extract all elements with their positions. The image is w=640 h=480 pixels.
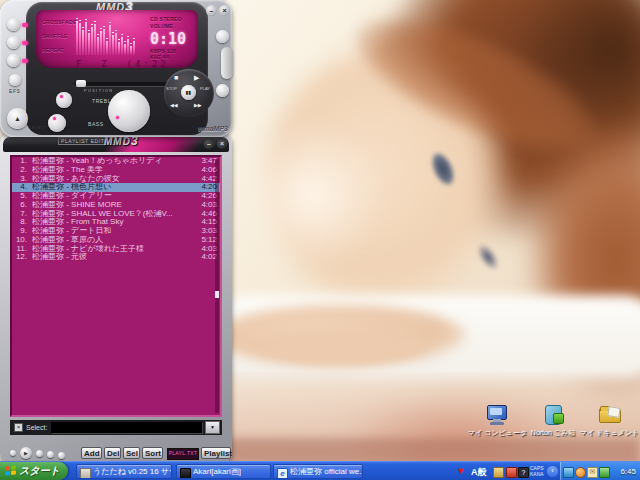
media-player-window: MMD3 – × CROSSFADE SHUFFLE REPEAT CD STE… <box>0 0 232 137</box>
spectrum-analyzer <box>76 19 140 55</box>
track-row[interactable]: 8.松浦亜弥 - From That Sky4:15 <box>12 218 220 227</box>
ime-keyboard-icon[interactable] <box>493 467 504 478</box>
play-label: PLAY <box>200 86 210 91</box>
playlist-scrollbar[interactable] <box>215 159 219 413</box>
ime-help-icon[interactable]: ? <box>518 467 529 478</box>
wma-mp3-logo: wmaMP3 <box>198 125 228 132</box>
equalizer-pill-button[interactable] <box>221 47 233 79</box>
treble-knob[interactable] <box>56 92 72 108</box>
track-row[interactable]: 5.松浦亜弥 - ダイアリー4:26 <box>12 192 220 201</box>
efs-button[interactable] <box>9 74 21 86</box>
ime-tools-icon[interactable] <box>506 467 517 478</box>
tray-display-icon[interactable] <box>563 467 574 478</box>
caps-kana-indicator[interactable]: CAPSKANA <box>530 465 544 477</box>
previous-track-button[interactable]: ◀◀ <box>170 102 178 108</box>
seek-thumb[interactable] <box>76 80 86 87</box>
track-row[interactable]: 6.松浦亜弥 - SHINE MORE4:03 <box>12 201 220 210</box>
mini-play-button[interactable]: ▶ <box>20 447 32 459</box>
my-documents-icon <box>597 404 621 426</box>
recycle-bin-icon <box>541 404 565 426</box>
side-button-bottom[interactable] <box>216 84 229 97</box>
scrollbar-thumb[interactable] <box>215 291 219 298</box>
start-button[interactable]: スタート <box>0 462 68 480</box>
side-button-top[interactable] <box>216 30 229 43</box>
crossfade-toggle-button[interactable] <box>7 18 20 31</box>
next-track-button[interactable]: ▶▶ <box>194 102 202 108</box>
sel-button[interactable]: Sel <box>123 447 140 459</box>
track-row-selected[interactable]: 4.松浦亜弥 - 桃色片想い4:20 <box>12 183 220 192</box>
desktop-icon-label: マイ コンピュータ <box>468 428 526 438</box>
track-title-display: F Z (4:22 <box>76 59 196 68</box>
repeat-label: REPEAT <box>42 47 64 53</box>
track-row[interactable]: 1.松浦亜弥 - Yeah！めっちゃホリディ3:47 <box>12 157 220 166</box>
desktop-icon-label: Norton ごみ箱 <box>524 428 582 438</box>
player-display: CROSSFADE SHUFFLE REPEAT CD STEREO VOLUM… <box>36 10 198 68</box>
tray-mail-icon[interactable]: ✉ <box>587 467 598 478</box>
bass-label: BASS <box>88 121 104 127</box>
taskbar-task-browser[interactable]: e 松浦亜弥 official we... <box>273 464 363 479</box>
shuffle-label: SHUFFLE <box>42 33 68 39</box>
player-shade-button[interactable]: – <box>206 5 217 16</box>
tray-heart-icon[interactable]: ♥ <box>458 466 464 476</box>
wallpaper-photo <box>226 0 640 461</box>
track-row[interactable]: 10.松浦亜弥 - 草原の人5:12 <box>12 236 220 245</box>
stop-button[interactable]: ■ <box>174 74 178 81</box>
del-button[interactable]: Del <box>104 447 121 459</box>
internet-explorer-icon: e <box>277 468 288 479</box>
mini-button[interactable] <box>10 450 16 456</box>
playlist-track-list: 1.松浦亜弥 - Yeah！めっちゃホリディ3:47 2.松浦亜弥 - The … <box>10 155 222 417</box>
select-dropdown-button[interactable]: ▼ <box>205 421 220 434</box>
playlist-close-button[interactable]: × <box>217 139 227 149</box>
track-row[interactable]: 12.松浦亜弥 - 元彼4:02 <box>12 253 220 262</box>
notification-area: ✉ 6:45 <box>560 462 640 480</box>
taskbar-task-akari[interactable]: Akari[akari画] <box>176 464 271 479</box>
desktop-icon-my-computer[interactable]: マイ コンピュータ <box>468 404 526 438</box>
taskbar-task-utatane[interactable]: うたたね v0.25 16 サー... <box>76 464 172 479</box>
time-display: 0:10 <box>150 30 186 48</box>
select-label: Select: <box>26 424 47 431</box>
select-input[interactable] <box>51 422 203 434</box>
playlist-bottom-bar: ▶ Add Del Sel Sort PLAYL.TXT Playlist <box>0 438 232 462</box>
eject-button[interactable]: ▲ <box>7 108 28 129</box>
repeat-led <box>22 59 28 63</box>
mini-button[interactable] <box>36 450 43 457</box>
taskbar-clock: 6:45 <box>620 467 636 476</box>
play-button[interactable]: ▶ <box>194 74 199 82</box>
ime-mode-indicator[interactable]: A般 <box>471 466 487 479</box>
playlist-shade-button[interactable]: – <box>204 139 214 149</box>
reflection-strip <box>226 438 640 461</box>
windows-logo-icon <box>5 465 16 476</box>
track-row[interactable]: 11.松浦亜弥 - ナビが壊れた王子様4:03 <box>12 245 220 254</box>
track-row[interactable]: 9.松浦亜弥 - デート日和3:03 <box>12 227 220 236</box>
repeat-toggle-button[interactable] <box>7 54 20 67</box>
desktop-icon-my-documents[interactable]: マイ ドキュメント <box>580 404 638 438</box>
mini-button[interactable] <box>58 452 65 459</box>
track-row[interactable]: 7.松浦亜弥 - SHALL WE LOVE？(松浦V...4:46 <box>12 210 220 219</box>
playlist-button[interactable]: Playlist <box>201 447 231 459</box>
playlist-file-display: PLAYL.TXT <box>167 448 199 460</box>
track-row[interactable]: 3.松浦亜弥 - あなたの彼女4:42 <box>12 175 220 184</box>
shuffle-toggle-button[interactable] <box>7 36 20 49</box>
bass-knob[interactable] <box>48 114 66 132</box>
track-row[interactable]: 2.松浦亜弥 - The 美学4:06 <box>12 166 220 175</box>
sort-button[interactable]: Sort <box>142 447 163 459</box>
add-button[interactable]: Add <box>81 447 102 459</box>
taskbar: スタート うたたね v0.25 16 サー... Akari[akari画] e… <box>0 461 640 480</box>
tray-app-icon[interactable] <box>575 467 586 478</box>
player-close-button[interactable]: × <box>219 5 230 16</box>
fingers-shape <box>266 330 426 364</box>
my-computer-icon <box>485 404 509 426</box>
select-checkbox[interactable]: × <box>14 423 23 432</box>
channel-label: CD STEREO <box>150 16 182 22</box>
desktop-icon-norton-recycle-bin[interactable]: Norton ごみ箱 <box>524 404 582 438</box>
app-icon <box>180 468 191 479</box>
volume-knob[interactable] <box>108 90 150 132</box>
seek-bar[interactable] <box>74 82 176 86</box>
tray-collapse-chevron[interactable]: ‹ <box>547 466 558 477</box>
pause-button[interactable]: ▮▮ <box>181 85 196 100</box>
mini-button[interactable] <box>47 451 54 458</box>
crossfade-led <box>22 23 28 27</box>
stop-label: STOP <box>166 86 177 91</box>
tray-shield-icon[interactable] <box>599 467 610 478</box>
playlist-window: PLAYLIST EDITOR MMD3 – × 1.松浦亜弥 - Yeah！め… <box>0 133 232 462</box>
